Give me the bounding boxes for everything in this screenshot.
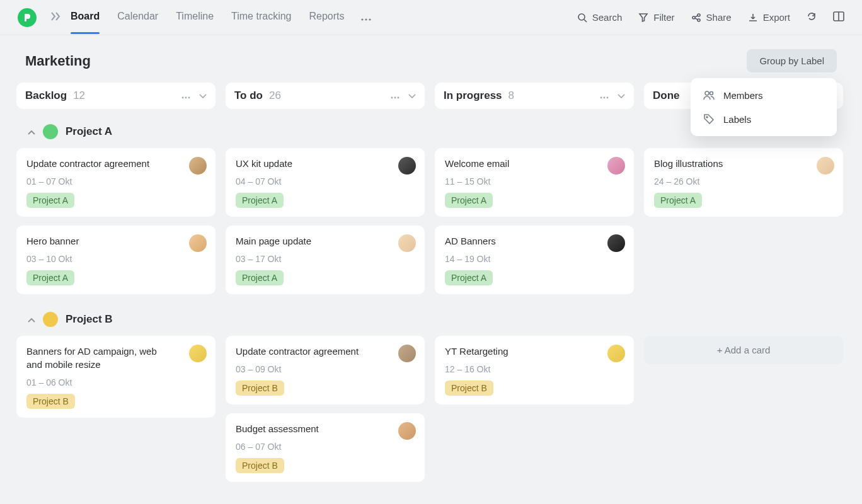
avatar: [189, 234, 207, 252]
tab-calendar[interactable]: Calendar: [117, 11, 158, 25]
group-color-dot: [43, 124, 58, 139]
filter-icon: [638, 13, 648, 23]
avatar: [398, 345, 416, 362]
card-title: Welcome email: [445, 157, 590, 170]
svg-point-6: [698, 19, 700, 21]
card-dates: 03 – 09 Okt: [236, 364, 415, 374]
svg-point-2: [369, 18, 371, 20]
group-color-dot: [43, 312, 58, 327]
share-icon: [691, 13, 701, 23]
card[interactable]: Banners for AD campaign, web and mobile …: [16, 336, 216, 418]
card-title: AD Banners: [445, 234, 590, 248]
svg-point-16: [398, 97, 399, 99]
group-b-row: Banners for AD campaign, web and mobile …: [0, 336, 862, 482]
column-todo-header[interactable]: To do 26: [226, 83, 425, 109]
tab-reports[interactable]: Reports: [309, 11, 344, 25]
card-dates: 01 – 07 Okt: [26, 176, 205, 186]
column-title: In progress: [444, 89, 502, 102]
card-dates: 04 – 07 Okt: [236, 176, 415, 186]
card-label: Project A: [236, 193, 284, 208]
card-dates: 03 – 10 Okt: [26, 254, 205, 264]
tab-board[interactable]: Board: [71, 11, 100, 25]
search-label: Search: [592, 12, 623, 23]
members-icon: [703, 89, 715, 101]
filter-label: Filter: [653, 12, 674, 23]
column-backlog-header[interactable]: Backlog 12: [16, 83, 216, 109]
card-dates: 11 – 15 Okt: [445, 176, 624, 186]
avatar: [398, 422, 416, 440]
svg-point-19: [607, 97, 609, 99]
sidebar-expand-icon[interactable]: [50, 12, 60, 23]
app-header: Board Calendar Timeline Time tracking Re…: [0, 0, 862, 35]
export-icon: [748, 13, 758, 23]
share-action[interactable]: Share: [691, 12, 732, 23]
card[interactable]: Welcome email 11 – 15 Okt Project A: [435, 148, 634, 217]
column-inprogress-header[interactable]: In progress 8: [435, 83, 634, 109]
avatar: [607, 234, 625, 252]
column-title: Backlog: [25, 89, 67, 102]
card-title: Update contractor agreement: [236, 345, 381, 358]
card[interactable]: Hero banner 03 – 10 Okt Project A: [16, 226, 216, 294]
dropdown-members-label: Members: [723, 90, 763, 101]
svg-point-3: [578, 14, 585, 20]
card[interactable]: Budget assessment 06 – 07 Okt Project B: [226, 413, 425, 482]
card-title: UX kit update: [236, 157, 381, 170]
group-by-button[interactable]: Group by Label: [747, 49, 837, 72]
column-collapse-icon[interactable]: [618, 90, 625, 101]
column-more-icon[interactable]: [600, 90, 609, 101]
card-label: Project B: [236, 458, 284, 473]
card[interactable]: UX kit update 04 – 07 Okt Project A: [226, 148, 425, 217]
card-dates: 06 – 07 Okt: [236, 442, 415, 452]
card-label: Project A: [654, 193, 702, 208]
card-label: Project A: [26, 193, 74, 208]
card-label: Project A: [236, 270, 284, 285]
column-more-icon[interactable]: [181, 90, 190, 101]
dropdown-labels[interactable]: Labels: [691, 107, 837, 131]
card-label: Project A: [445, 270, 493, 285]
svg-point-14: [391, 97, 393, 99]
filter-action[interactable]: Filter: [638, 12, 674, 23]
avatar: [189, 345, 207, 362]
card-label: Project A: [445, 193, 493, 208]
brand-logo[interactable]: [18, 8, 37, 27]
column-title: To do: [234, 89, 263, 102]
dropdown-members[interactable]: Members: [691, 83, 837, 107]
card-label: Project A: [26, 270, 74, 285]
group-project-b-header[interactable]: Project B: [16, 307, 862, 336]
export-label: Export: [763, 12, 790, 23]
card-dates: 14 – 19 Okt: [445, 254, 624, 264]
svg-point-15: [394, 97, 396, 99]
card-dates: 03 – 17 Okt: [236, 254, 415, 264]
chevron-up-icon[interactable]: [28, 314, 35, 325]
svg-point-5: [698, 14, 700, 16]
refresh-icon[interactable]: [807, 11, 817, 24]
svg-point-9: [710, 92, 713, 95]
card[interactable]: Blog illustrations 24 – 26 Okt Project A: [644, 148, 843, 217]
chevron-up-icon[interactable]: [28, 126, 35, 137]
tab-timeline[interactable]: Timeline: [176, 11, 214, 25]
tabs-more-icon[interactable]: [361, 12, 371, 23]
column-collapse-icon[interactable]: [408, 90, 416, 101]
column-collapse-icon[interactable]: [199, 90, 207, 101]
column-more-icon[interactable]: [391, 90, 399, 101]
export-action[interactable]: Export: [748, 12, 790, 23]
tab-time-tracking[interactable]: Time tracking: [231, 11, 291, 25]
card-label: Project B: [445, 381, 493, 396]
card[interactable]: Update contractor agreement 01 – 07 Okt …: [16, 148, 216, 217]
svg-point-1: [365, 18, 367, 20]
svg-point-8: [705, 91, 709, 95]
svg-point-12: [185, 97, 187, 99]
card[interactable]: YT Retargeting 12 – 16 Okt Project B: [435, 336, 634, 404]
search-action[interactable]: Search: [577, 12, 623, 23]
group-title: Project A: [66, 125, 112, 138]
card[interactable]: AD Banners 14 – 19 Okt Project A: [435, 226, 634, 294]
avatar: [398, 234, 416, 252]
card[interactable]: Main page update 03 – 17 Okt Project A: [226, 226, 425, 294]
card[interactable]: Update contractor agreement 03 – 09 Okt …: [226, 336, 425, 404]
card-title: YT Retargeting: [445, 345, 590, 358]
column-count: 26: [269, 89, 281, 102]
card-title: Budget assessment: [236, 422, 381, 435]
svg-point-13: [188, 97, 190, 99]
panel-toggle-icon[interactable]: [833, 11, 844, 24]
add-card-button[interactable]: + Add a card: [644, 336, 843, 364]
